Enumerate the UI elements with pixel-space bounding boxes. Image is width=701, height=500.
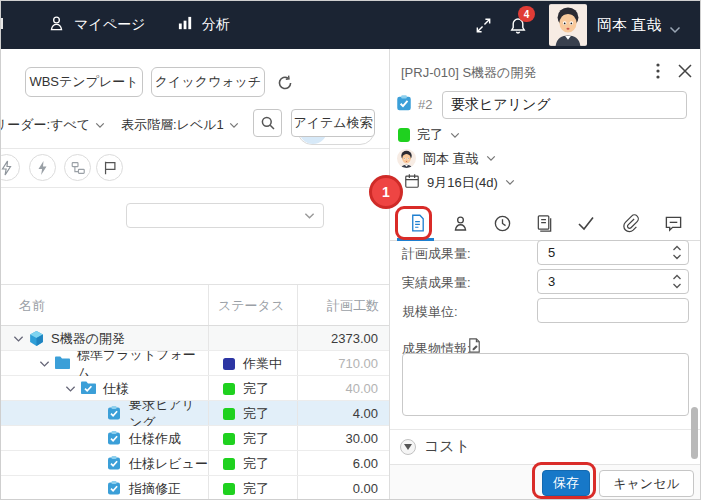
row-status-cell: 完了 — [208, 376, 297, 401]
detail-footer: 保存 キャンセル — [390, 464, 701, 500]
deliverable-textarea[interactable] — [402, 353, 689, 416]
user-name[interactable]: 岡本 直哉 — [597, 1, 661, 49]
item-name-input[interactable] — [442, 91, 687, 119]
table-row[interactable]: 標準プラットフォーム作業中710.00 — [1, 351, 389, 376]
lightning-filled-icon[interactable] — [29, 154, 56, 181]
expand-icon[interactable] — [472, 14, 494, 36]
assignee-name: 岡本 直哉 — [423, 150, 479, 168]
hierarchy-icon[interactable] — [64, 154, 91, 181]
flag-icon[interactable] — [96, 154, 123, 181]
status-label: 完了 — [243, 405, 269, 423]
planned-hours-value: 710.00 — [297, 351, 386, 376]
actual-quantity-input[interactable] — [537, 269, 689, 294]
table-row[interactable]: 仕様レビュー完了6.00 — [1, 451, 389, 476]
actual-quantity-label: 実績成果量: — [402, 274, 471, 292]
wbs-table-body: S機器の開発2373.00標準プラットフォーム作業中710.00仕様完了40.0… — [1, 326, 389, 500]
lightning-outline-icon[interactable] — [0, 154, 20, 181]
tab-person[interactable] — [447, 210, 473, 236]
tab-details[interactable] — [404, 210, 430, 236]
assignee-dropdown[interactable]: 岡本 直哉 — [397, 149, 496, 168]
avatar[interactable] — [549, 4, 587, 46]
column-planned-hours[interactable]: 計画工数 — [297, 285, 379, 327]
table-row[interactable]: 要求ヒアリング完了4.00 — [1, 401, 389, 426]
table-header: 名前 ステータス 計画工数 — [1, 284, 389, 326]
detail-panel: [PRJ-010] S機器の開発 #2 完了 岡本 直哉 — [389, 49, 701, 500]
chevron-down-icon[interactable] — [35, 360, 54, 368]
table-row[interactable]: 仕様作成完了30.00 — [1, 426, 389, 451]
tab-journal[interactable] — [531, 210, 557, 236]
date-dropdown[interactable]: 9月16日(4d) — [404, 173, 515, 192]
status-label: 完了 — [417, 126, 443, 144]
quick-watch-button[interactable]: クイックウォッチ — [151, 67, 265, 97]
planned-hours-value: 40.00 — [297, 376, 386, 401]
status-label: 完了 — [243, 380, 269, 398]
planned-hours-value: 0.00 — [297, 476, 386, 500]
task-icon — [395, 94, 413, 112]
nav-analysis-label: 分析 — [202, 16, 230, 34]
edge-notch — [1, 18, 3, 29]
status-label: 完了 — [243, 480, 269, 498]
nav-analysis[interactable]: 分析 — [177, 1, 230, 49]
cost-section-toggle[interactable]: コスト — [400, 437, 470, 456]
status-label: 作業中 — [243, 355, 282, 373]
row-status-cell: 完了 — [208, 451, 297, 476]
row-name-label: S機器の開発 — [51, 330, 125, 348]
cube-icon — [28, 330, 46, 348]
chevron-down-icon[interactable] — [9, 335, 28, 343]
tab-check[interactable] — [573, 210, 599, 236]
actual-quantity-field — [537, 269, 689, 294]
column-status[interactable]: ステータス — [218, 285, 284, 327]
status-color-swatch — [223, 383, 235, 395]
collapse-triangle-icon — [400, 439, 416, 455]
kebab-menu-icon[interactable] — [648, 61, 668, 81]
close-icon[interactable] — [675, 61, 695, 81]
nav-my-page[interactable]: マイページ — [47, 1, 145, 49]
nav-my-page-label: マイページ — [74, 16, 145, 34]
notification-badge[interactable]: 4 — [518, 6, 535, 22]
tab-attachment[interactable] — [617, 210, 643, 236]
spinner-icon[interactable] — [672, 273, 682, 294]
tab-comment[interactable] — [660, 210, 686, 236]
unit-input[interactable] — [537, 298, 689, 323]
refresh-icon[interactable] — [274, 72, 296, 94]
scrollbar-thumb[interactable] — [691, 407, 698, 459]
level-filter-dropdown[interactable]: 表示階層:レベル1 — [121, 116, 239, 134]
task-icon — [106, 455, 124, 473]
row-status-cell: 作業中 — [208, 351, 297, 376]
status-dropdown[interactable]: 完了 — [398, 126, 460, 144]
table-row[interactable]: 指摘修正完了0.00 — [1, 476, 389, 500]
row-name-label: 仕様作成 — [129, 430, 181, 448]
calendar-icon — [404, 173, 420, 192]
cancel-button[interactable]: キャンセル — [599, 470, 694, 497]
task-icon — [106, 405, 124, 423]
planned-hours-value: 2373.00 — [297, 326, 386, 351]
top-navbar: マイページ 分析 4 岡本 直哉 — [1, 1, 701, 49]
assignee-avatar — [397, 149, 416, 168]
leader-filter-dropdown[interactable]: リーダー:すべて — [0, 116, 105, 134]
table-row[interactable]: 仕様完了40.00 — [1, 376, 389, 401]
save-button[interactable]: 保存 — [542, 470, 590, 496]
row-status-cell — [208, 326, 297, 351]
row-name-label: 仕様 — [103, 380, 129, 398]
column-name[interactable]: 名前 — [19, 285, 45, 327]
search-icon[interactable] — [253, 109, 282, 137]
table-row[interactable]: S機器の開発2373.00 — [1, 326, 389, 351]
level-filter-label: 表示階層:レベル1 — [121, 116, 224, 134]
leader-filter-label: リーダー:すべて — [0, 116, 90, 134]
planned-quantity-input[interactable] — [537, 240, 689, 265]
wbs-template-button[interactable]: WBSテンプレート — [25, 67, 143, 97]
date-label: 9月16日(4d) — [427, 174, 498, 192]
row-status-cell: 完了 — [208, 476, 297, 500]
status-color-swatch — [223, 358, 235, 370]
tab-time[interactable] — [489, 210, 515, 236]
row-name-label: 要求ヒアリング — [129, 401, 208, 426]
unit-label: 規模単位: — [402, 303, 458, 321]
chevron-down-icon[interactable] — [61, 385, 80, 393]
planned-hours-value: 30.00 — [297, 426, 386, 451]
spinner-icon[interactable] — [672, 244, 682, 265]
item-search-button[interactable]: アイテム検索 — [291, 109, 375, 137]
annotation-step-badge: 1 — [369, 175, 403, 209]
status-color-swatch — [223, 408, 235, 420]
chevron-down-icon[interactable] — [669, 20, 681, 38]
quick-filter-select[interactable] — [126, 203, 324, 228]
